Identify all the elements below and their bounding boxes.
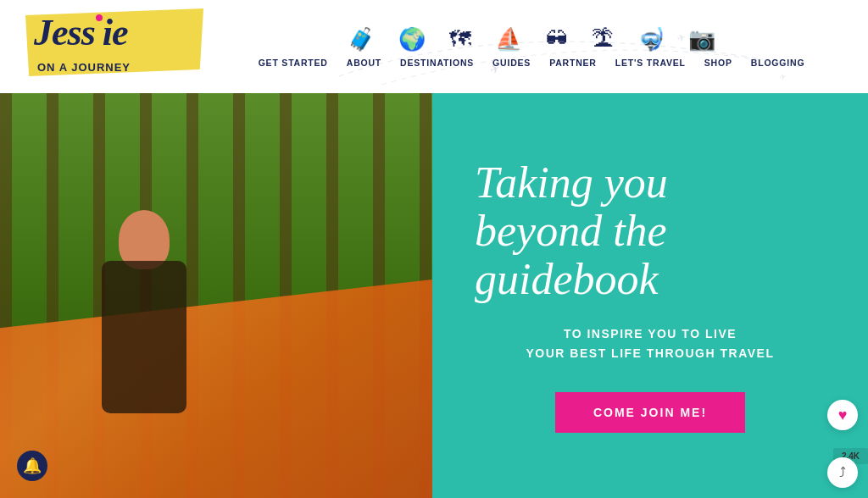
hero-image: 🔔: [0, 93, 432, 498]
logo-subtitle: ON A JOURNEY: [37, 61, 131, 74]
nav-link-about[interactable]: ABOUT: [347, 58, 381, 68]
main-nav: 🧳 🌍 🗺 ⛵ 🕶 🏝 🤿 📷 GET STARTED ABOUT DESTIN…: [203, 26, 843, 68]
tagline-sub: TO INSPIRE YOU TO LIVE YOUR BEST LIFE TH…: [526, 324, 775, 362]
nav-icon-lets-travel[interactable]: 🏝: [592, 26, 614, 53]
nav-icons: 🧳 🌍 🗺 ⛵ 🕶 🏝 🤿 📷: [348, 26, 715, 53]
cta-button[interactable]: COME JOIN ME!: [555, 392, 745, 433]
right-panel: Taking you beyond the guidebook TO INSPI…: [432, 93, 868, 498]
logo[interactable]: Jessie ON A JOURNEY: [25, 4, 203, 89]
nav-link-destinations[interactable]: DESTINATIONS: [400, 58, 474, 68]
nav-icon-shop[interactable]: 🤿: [637, 26, 665, 53]
share-button[interactable]: ⤴: [827, 457, 858, 488]
header: ✈ ✈ ✈ Jessie ON A JOURNEY 🧳 🌍 🗺 ⛵ 🕶 🏝 🤿 …: [0, 0, 868, 93]
nav-icon-about[interactable]: 🌍: [398, 26, 426, 53]
tagline-line2: beyond the guidebook: [475, 207, 667, 303]
heart-button[interactable]: ♥: [827, 400, 858, 430]
heart-icon: ♥: [838, 407, 848, 424]
nav-icon-blogging[interactable]: 📷: [688, 26, 715, 53]
logo-name: Jessie: [34, 11, 128, 54]
nav-icon-guides[interactable]: ⛵: [495, 26, 522, 53]
main-content: 🔔 Taking you beyond the guidebook TO INS…: [0, 93, 868, 498]
nav-link-shop[interactable]: SHOP: [704, 58, 732, 68]
subtitle-line1: TO INSPIRE YOU TO LIVE: [564, 327, 737, 340]
nav-icon-partner[interactable]: 🕶: [546, 26, 568, 53]
nav-link-guides[interactable]: GUIDES: [492, 58, 531, 68]
nav-link-blogging[interactable]: BLOGGING: [751, 58, 805, 68]
tagline-line1: Taking you: [475, 158, 668, 207]
subtitle-line2: YOUR BEST LIFE THROUGH TRAVEL: [526, 346, 775, 360]
share-icon: ⤴: [839, 465, 846, 480]
nav-icon-destinations[interactable]: 🗺: [449, 26, 471, 53]
tagline-main: Taking you beyond the guidebook: [475, 158, 826, 304]
notification-bell[interactable]: 🔔: [17, 451, 47, 481]
nav-link-get-started[interactable]: GET STARTED: [259, 58, 328, 68]
nav-icon-get-started[interactable]: 🧳: [348, 26, 375, 53]
nav-link-lets-travel[interactable]: LET'S TRAVEL: [615, 58, 686, 68]
nav-links: GET STARTED ABOUT DESTINATIONS GUIDES PA…: [259, 58, 805, 68]
svg-text:✈: ✈: [778, 72, 787, 82]
nav-link-partner[interactable]: PARTNER: [549, 58, 597, 68]
